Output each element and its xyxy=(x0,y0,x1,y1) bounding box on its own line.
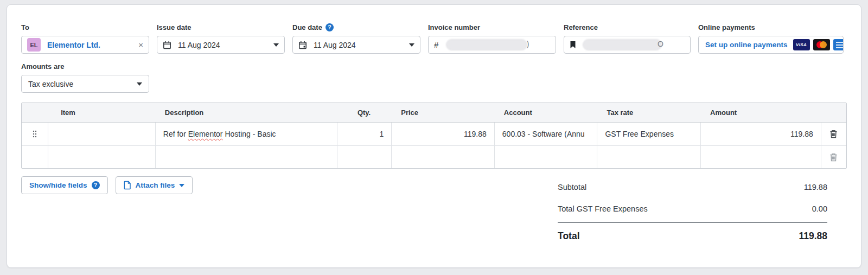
grand-total-label: Total xyxy=(558,231,580,242)
redacted-suffix: ) xyxy=(527,40,529,48)
account-cell[interactable]: 600.03 - Software (Annu xyxy=(494,123,597,145)
reference-label: Reference xyxy=(564,23,691,31)
grand-total-value: 119.88 xyxy=(799,231,827,242)
drag-handle[interactable] xyxy=(22,123,48,145)
tax-rate-cell[interactable]: GST Free Expenses xyxy=(597,123,700,145)
online-payments-label: Online payments xyxy=(698,23,844,31)
chevron-down-icon xyxy=(179,184,184,187)
table-row: Ref for Elementor Hosting - Basic 1 119.… xyxy=(22,123,846,145)
chevron-down-icon xyxy=(137,82,142,86)
redacted-suffix: O xyxy=(658,40,663,48)
due-date-value: 11 Aug 2024 xyxy=(314,41,356,49)
online-payments-group: Online payments Set up online payments V… xyxy=(698,23,844,54)
amounts-are-group: Amounts are Tax exclusive xyxy=(21,62,847,93)
description-cell[interactable] xyxy=(155,145,337,168)
chevron-down-icon[interactable] xyxy=(409,43,414,47)
description-part-misspelled: Elementor xyxy=(188,130,223,138)
price-cell[interactable] xyxy=(391,145,494,168)
subtotal-label: Subtotal xyxy=(558,183,586,191)
item-cell[interactable] xyxy=(48,145,155,168)
drag-handle-empty xyxy=(22,145,48,168)
delete-row-button[interactable] xyxy=(821,123,846,145)
contact-name-link[interactable]: Elementor Ltd. xyxy=(47,41,100,49)
qty-column-header: Qty. xyxy=(337,103,391,123)
to-label: To xyxy=(21,23,149,31)
payment-badges: VISA xyxy=(793,39,844,50)
subtotal-row: Subtotal 119.88 xyxy=(558,176,827,197)
price-column-header: Price xyxy=(391,103,494,123)
tax-total-value: 0.00 xyxy=(812,204,827,213)
table-row-empty xyxy=(22,145,846,168)
tax-total-row: Total GST Free Expenses 0.00 xyxy=(558,197,827,222)
help-icon: ? xyxy=(92,181,100,189)
item-column-header: Item xyxy=(48,103,155,123)
account-column-header: Account xyxy=(494,103,597,123)
invoice-number-redacted-value: ) xyxy=(446,39,527,50)
show-hide-fields-button[interactable]: Show/hide fields ? xyxy=(21,176,108,194)
tax-total-label: Total GST Free Expenses xyxy=(558,204,648,213)
invoice-number-field[interactable]: # ) xyxy=(428,36,556,54)
contact-field[interactable]: EL Elementor Ltd. × xyxy=(21,36,149,54)
price-cell[interactable]: 119.88 xyxy=(391,123,494,145)
line-items-table: Item Description Qty. Price Account Tax … xyxy=(21,103,847,169)
hash-icon: # xyxy=(434,40,438,49)
footer-row: Show/hide fields ? Attach files Subtotal… xyxy=(21,176,847,242)
reference-field[interactable]: O xyxy=(564,36,691,54)
attach-files-label: Attach files xyxy=(136,181,175,189)
reference-redacted-value: O xyxy=(583,39,662,50)
remove-contact-icon[interactable]: × xyxy=(138,41,143,49)
invoice-editor-card: To EL Elementor Ltd. × Issue date 11 Aug… xyxy=(7,4,861,268)
invoice-fields-row: To EL Elementor Ltd. × Issue date 11 Aug… xyxy=(21,23,847,54)
account-cell[interactable] xyxy=(494,145,597,168)
description-cell[interactable]: Ref for Elementor Hosting - Basic xyxy=(155,123,337,145)
attach-files-button[interactable]: Attach files xyxy=(116,176,193,194)
to-field-group: To EL Elementor Ltd. × xyxy=(21,23,149,54)
due-date-field[interactable]: 11 Aug 2024 xyxy=(292,36,420,54)
subtotal-value: 119.88 xyxy=(804,183,827,191)
due-date-label-text: Due date xyxy=(292,23,322,31)
amount-cell[interactable]: 119.88 xyxy=(700,123,821,145)
due-date-help-icon[interactable]: ? xyxy=(326,23,334,31)
online-payments-field: Set up online payments VISA xyxy=(698,36,844,54)
issue-date-label: Issue date xyxy=(157,23,285,31)
calendar-event-icon xyxy=(298,41,307,49)
invoice-number-group: Invoice number # ) xyxy=(428,23,556,54)
actions-column-header xyxy=(821,103,846,123)
chevron-down-icon[interactable] xyxy=(273,43,279,47)
amex-card-icon xyxy=(833,39,844,50)
visa-card-icon: VISA xyxy=(793,39,810,50)
item-cell[interactable] xyxy=(48,123,155,145)
description-column-header: Description xyxy=(155,103,337,123)
amount-column-header: Amount xyxy=(700,103,821,123)
amounts-are-select[interactable]: Tax exclusive xyxy=(21,75,149,93)
qty-cell[interactable] xyxy=(337,145,391,168)
due-date-label: Due date ? xyxy=(292,23,420,31)
invoice-number-label: Invoice number xyxy=(428,23,556,31)
description-part: Hosting - Basic xyxy=(223,130,276,138)
table-actions: Show/hide fields ? Attach files xyxy=(21,176,193,194)
amount-cell[interactable] xyxy=(700,145,821,168)
amounts-are-value: Tax exclusive xyxy=(28,80,73,88)
table-header-row: Item Description Qty. Price Account Tax … xyxy=(22,103,846,123)
amounts-are-label: Amounts are xyxy=(21,62,847,71)
totals-panel: Subtotal 119.88 Total GST Free Expenses … xyxy=(558,176,827,242)
reference-group: Reference O xyxy=(564,23,691,54)
handle-column-header xyxy=(22,103,48,123)
tax-rate-column-header: Tax rate xyxy=(597,103,700,123)
issue-date-group: Issue date 11 Aug 2024 xyxy=(157,23,285,54)
document-icon xyxy=(124,181,131,190)
delete-row-button[interactable] xyxy=(821,145,846,168)
show-hide-fields-label: Show/hide fields xyxy=(29,181,87,189)
qty-cell[interactable]: 1 xyxy=(337,123,391,145)
description-part: Ref for xyxy=(163,130,188,138)
bookmark-icon xyxy=(570,41,576,49)
issue-date-field[interactable]: 11 Aug 2024 xyxy=(157,36,285,54)
contact-avatar: EL xyxy=(27,38,41,52)
calendar-icon xyxy=(163,41,171,49)
due-date-group: Due date ? 11 Aug 2024 xyxy=(292,23,420,54)
issue-date-value: 11 Aug 2024 xyxy=(178,41,220,49)
mastercard-icon xyxy=(813,39,830,50)
set-up-online-payments-link[interactable]: Set up online payments xyxy=(705,41,788,49)
tax-rate-cell[interactable] xyxy=(597,145,700,168)
grand-total-row: Total 119.88 xyxy=(558,223,827,242)
